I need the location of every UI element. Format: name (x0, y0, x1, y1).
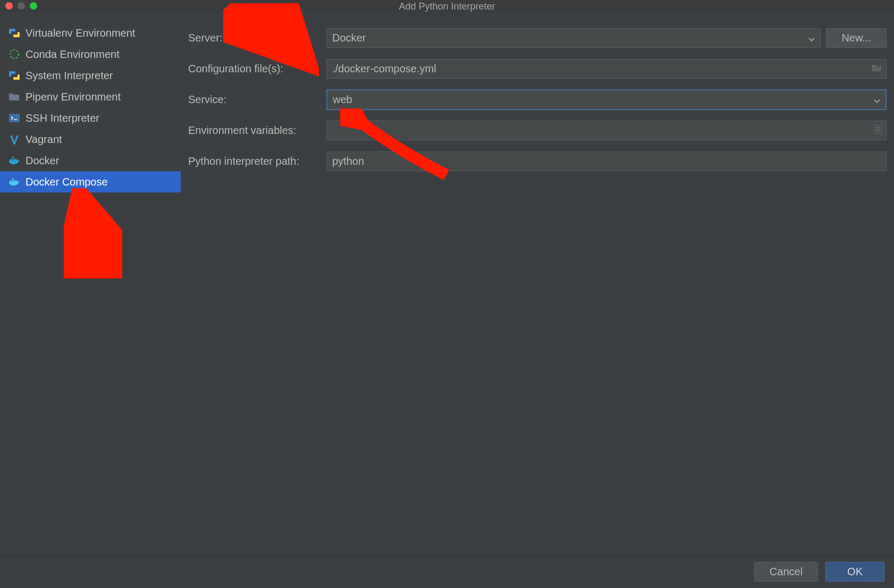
chevron-down-icon (808, 32, 815, 45)
server-label: Server: (188, 32, 326, 44)
sidebar-item-label: Docker Compose (26, 176, 108, 188)
sidebar-item-system[interactable]: System Interpreter (0, 65, 181, 86)
svg-rect-9 (12, 178, 14, 180)
sidebar-item-conda[interactable]: Conda Environment (0, 44, 181, 65)
svg-rect-6 (10, 180, 12, 182)
sidebar-item-label: System Interpreter (26, 70, 113, 82)
service-label: Service: (188, 94, 326, 106)
sidebar-item-virtualenv[interactable]: Virtualenv Environment (0, 22, 181, 44)
cancel-button[interactable]: Cancel (754, 562, 818, 582)
ok-button[interactable]: OK (825, 562, 884, 582)
traffic-lights (5, 2, 37, 10)
sidebar-item-label: Pipenv Environment (26, 91, 121, 103)
folder-icon (9, 91, 20, 103)
env-variables-field[interactable] (326, 121, 887, 140)
list-icon[interactable] (874, 124, 882, 137)
python-path-field[interactable]: python (326, 152, 887, 171)
python-path-value: python (332, 155, 364, 167)
svg-rect-1 (9, 114, 20, 122)
close-icon[interactable] (5, 2, 13, 10)
sidebar-item-label: Vagrant (26, 133, 62, 146)
service-dropdown[interactable]: web (326, 89, 887, 110)
svg-rect-3 (12, 159, 14, 161)
service-value: web (333, 94, 352, 106)
svg-rect-2 (10, 159, 12, 161)
sidebar-item-vagrant[interactable]: Vagrant (0, 129, 181, 150)
titlebar: Add Python Interpreter (0, 0, 894, 13)
chevron-down-icon (874, 94, 880, 106)
terminal-icon (9, 112, 20, 124)
sidebar-item-pipenv[interactable]: Pipenv Environment (0, 86, 181, 107)
svg-rect-8 (14, 180, 16, 182)
config-file-value: ./docker-compose.yml (332, 63, 436, 75)
config-label: Configuration file(s): (188, 63, 326, 75)
python-icon (9, 27, 20, 39)
sidebar-item-docker[interactable]: Docker (0, 150, 181, 171)
sidebar-item-ssh[interactable]: SSH Interpreter (0, 107, 181, 129)
conda-icon (9, 48, 20, 60)
docker-icon (9, 155, 20, 166)
vagrant-icon (9, 133, 20, 145)
sidebar-item-docker-compose[interactable]: Docker Compose (0, 171, 181, 192)
minimize-icon (18, 2, 25, 10)
server-dropdown[interactable]: Docker (326, 28, 821, 48)
main-panel: Server: Docker New... Configuration file… (181, 13, 894, 555)
server-value: Docker (332, 32, 366, 44)
config-file-field[interactable]: ./docker-compose.yml (326, 59, 887, 79)
sidebar: Virtualenv Environment Conda Environment… (0, 13, 181, 555)
python-icon (9, 70, 20, 81)
sidebar-item-label: Virtualenv Environment (26, 27, 135, 39)
sidebar-item-label: SSH Interpreter (26, 112, 99, 124)
svg-point-0 (10, 50, 19, 58)
svg-rect-4 (14, 159, 16, 161)
folder-open-icon[interactable] (872, 63, 882, 75)
new-server-button[interactable]: New... (826, 28, 887, 48)
dialog-footer: Cancel OK (0, 555, 894, 588)
fullscreen-icon[interactable] (30, 2, 37, 10)
sidebar-item-label: Docker (26, 155, 59, 167)
env-label: Environment variables: (188, 124, 326, 137)
window-title: Add Python Interpreter (399, 1, 495, 12)
sidebar-item-label: Conda Environment (26, 48, 120, 61)
svg-rect-5 (12, 157, 14, 158)
docker-compose-icon (9, 176, 20, 188)
path-label: Python interpreter path: (188, 155, 326, 167)
svg-rect-7 (12, 180, 14, 182)
